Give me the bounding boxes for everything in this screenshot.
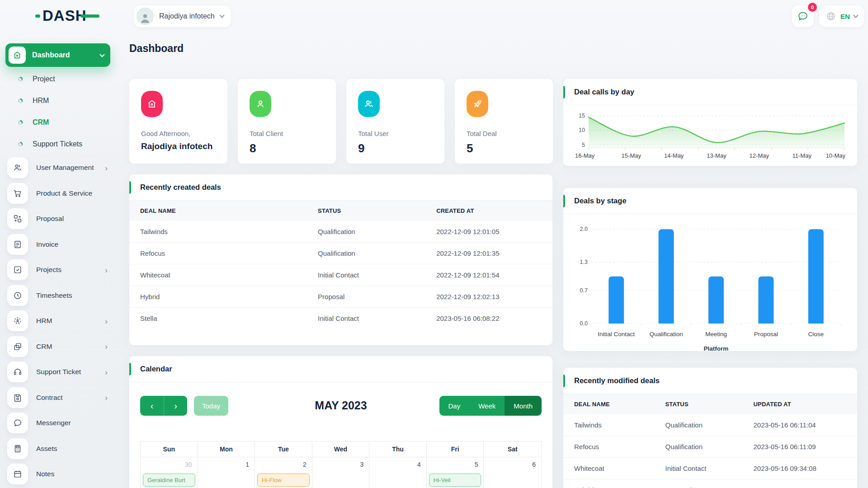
company-selector[interactable]: Rajodiya infotech xyxy=(134,5,231,27)
calendar-view-day-button[interactable]: Day xyxy=(439,396,470,416)
company-name: Rajodiya infotech xyxy=(159,12,215,20)
calendar-event[interactable]: Hi-Flow xyxy=(257,474,310,487)
bullet-icon xyxy=(18,77,23,81)
recently-modified-deals-table: DEAL NAME STATUS UPDATED AT TailwindsQua… xyxy=(563,394,857,488)
language-label: EN xyxy=(840,13,850,20)
calendar-day-cell: 2 Hi-Flow xyxy=(255,457,312,488)
language-selector[interactable]: EN xyxy=(819,5,864,27)
calendar-grid: Sun Mon Tue Wed Thu Fri Sat 30 Geraldine… xyxy=(140,441,542,488)
chevron-right-icon: › xyxy=(105,342,109,351)
sidebar-item-hrm[interactable]: HRM xyxy=(5,90,110,112)
table-row: RefocusQualification2023-05-16 06:11:09 xyxy=(563,436,857,458)
sidebar-item-invoice[interactable]: Invoice xyxy=(7,234,109,255)
status-cell: Initial Contact xyxy=(307,264,425,286)
chevron-right-icon: › xyxy=(105,266,109,274)
sidebar-item-label: User Management xyxy=(36,164,97,172)
svg-text:10-May: 10-May xyxy=(826,152,846,159)
logo-dash-right-icon xyxy=(80,14,99,18)
rocket-icon xyxy=(467,91,488,117)
date-number: 5 xyxy=(475,461,478,468)
sidebar-item-dashboard[interactable]: Dashboard xyxy=(5,43,110,67)
date-number: 3 xyxy=(360,461,363,468)
day-header: Wed xyxy=(312,441,370,457)
hrm-icon xyxy=(7,310,28,331)
chevron-down-icon xyxy=(99,52,104,57)
date-number: 2 xyxy=(303,461,307,468)
sidebar-item-label: Projects xyxy=(36,266,97,274)
sidebar-item-projects[interactable]: Projects› xyxy=(7,259,109,280)
chevron-right-icon: › xyxy=(105,317,109,325)
app-logo[interactable]: DASH xyxy=(35,7,99,24)
sidebar-item-project[interactable]: Project xyxy=(5,68,110,90)
crm-icon xyxy=(7,336,28,357)
day-header: Fri xyxy=(427,441,484,457)
bullet-icon xyxy=(18,120,23,125)
chevron-right-icon: › xyxy=(105,393,109,402)
day-header: Sun xyxy=(141,441,198,457)
sidebar-item-label: HRM xyxy=(33,97,49,105)
calendar-view-week-button[interactable]: Week xyxy=(469,396,505,416)
card-title: Deals by stage xyxy=(574,197,627,205)
sidebar-item-crm[interactable]: CRM› xyxy=(7,336,109,357)
stat-value: 9 xyxy=(358,141,433,155)
chevron-right-icon: › xyxy=(105,164,109,172)
day-header: Thu xyxy=(369,441,427,457)
sidebar-item-label: Project xyxy=(33,75,55,83)
created-at-cell: 2022-12-09 12:01:35 xyxy=(425,243,552,264)
messages-button[interactable]: 0 xyxy=(792,5,814,27)
sidebar-item-label: HRM xyxy=(36,317,97,325)
deal-name-cell: Stella xyxy=(129,308,307,329)
status-cell: Qualification xyxy=(307,243,425,264)
calendar-day-cell: 6 xyxy=(484,457,541,488)
chevron-down-icon xyxy=(853,13,858,18)
card-header: Calendar xyxy=(129,356,552,382)
sidebar-item-label: Assets xyxy=(36,445,109,453)
card-header: Deals by stage xyxy=(563,188,857,214)
calendar-day-cell: 5 Hi-Veil xyxy=(427,457,484,488)
day-header: Sat xyxy=(484,441,541,457)
clock-icon xyxy=(7,285,28,306)
status-cell: Initial Contact xyxy=(307,308,425,329)
column-header: STATUS xyxy=(655,394,743,414)
sidebar-item-crm[interactable]: CRM xyxy=(5,112,110,133)
svg-text:15-May: 15-May xyxy=(622,152,642,159)
deal-name-cell: Tailwinds xyxy=(129,221,307,243)
sidebar-item-assets[interactable]: Assets xyxy=(7,438,109,459)
sidebar-item-contract[interactable]: Contract› xyxy=(7,387,109,408)
greeting-card: Good Afternoon, Rajodiya infotech xyxy=(129,79,227,164)
status-cell: Qualification xyxy=(655,414,743,436)
home-icon xyxy=(9,47,26,64)
sidebar-item-user-management[interactable]: User Management› xyxy=(7,157,109,178)
stat-label: Total User xyxy=(358,130,433,137)
sidebar-item-label: Contract xyxy=(36,394,97,402)
sidebar-item-messenger[interactable]: Messenger xyxy=(7,413,109,433)
card-header: Recently modified deals xyxy=(563,368,857,394)
sidebar-item-label: CRM xyxy=(36,343,97,351)
sidebar-item-support-tickets[interactable]: Support Tickets xyxy=(5,133,110,155)
svg-text:Qualification: Qualification xyxy=(649,331,683,338)
deal-name-cell: Tailwinds xyxy=(563,414,655,436)
calendar-day-cell: 1 xyxy=(198,457,255,488)
sidebar-item-hrm[interactable]: HRM› xyxy=(7,310,109,331)
calendar-view-month-button[interactable]: Month xyxy=(505,396,542,416)
calendar-event[interactable]: Hi-Veil xyxy=(429,474,481,487)
stat-value: 8 xyxy=(250,141,324,155)
table-row: HybridProposal2023-05-16 06:11:08 xyxy=(563,479,857,488)
sidebar-item-timesheets[interactable]: Timesheets xyxy=(7,285,109,306)
svg-text:11-May: 11-May xyxy=(793,152,812,159)
svg-text:Meeting: Meeting xyxy=(705,331,727,338)
table-row: StellaInitial Contact2023-05-16 06:08:22 xyxy=(129,308,552,329)
sidebar-item-support-ticket[interactable]: Support Ticket› xyxy=(7,361,109,382)
stat-label: Total Deal xyxy=(467,130,541,137)
calendar-header-row: Sun Mon Tue Wed Thu Fri Sat xyxy=(141,441,541,457)
sidebar-item-notes[interactable]: Notes xyxy=(7,464,109,484)
column-header: UPDATED AT xyxy=(743,394,858,414)
column-header: CREATED AT xyxy=(425,201,552,221)
users-icon xyxy=(7,157,28,178)
calendar-event[interactable]: Geraldine Burt xyxy=(143,474,195,487)
svg-text:14-May: 14-May xyxy=(664,152,684,159)
notes-icon xyxy=(7,464,28,484)
sidebar-item-product-service[interactable]: Product & Service xyxy=(7,183,109,204)
sidebar-item-proposal[interactable]: Proposal xyxy=(7,208,109,229)
deals-by-stage-chart: 0.00.71.32.0Initial ContactQualification… xyxy=(563,214,857,351)
